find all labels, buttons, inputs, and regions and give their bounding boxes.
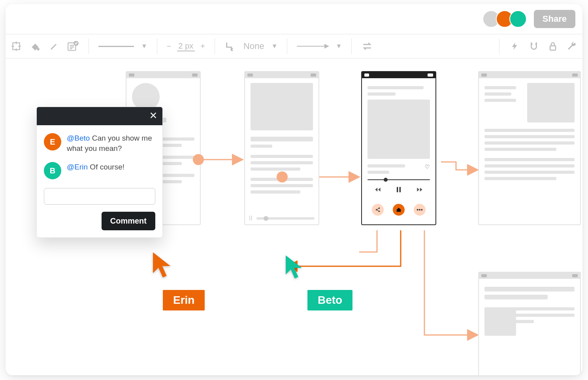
lock-icon[interactable]	[547, 40, 559, 52]
svg-point-12	[416, 209, 418, 211]
svg-point-13	[419, 209, 420, 211]
share-node[interactable]	[372, 204, 384, 216]
wireframe-screen[interactable]: II	[244, 71, 319, 225]
arrow-style-picker[interactable]	[297, 46, 328, 47]
canvas[interactable]: II	[6, 58, 582, 375]
app-window: Share ▼ − 2 px + None ▼ ▼	[6, 4, 582, 375]
wrench-icon[interactable]	[566, 40, 578, 52]
more-node[interactable]	[414, 204, 426, 216]
cursor-erin	[152, 251, 174, 281]
stroke-style-picker[interactable]	[98, 46, 134, 47]
comment-item: E @Beto Can you show me what you mean?	[44, 133, 155, 153]
toolbar: ▼ − 2 px + None ▼ ▼	[6, 34, 582, 58]
cursor-label-erin: Erin	[163, 290, 205, 310]
close-icon[interactable]	[149, 111, 158, 121]
lightning-icon[interactable]	[509, 40, 521, 52]
increase-stroke-button[interactable]: +	[200, 42, 205, 51]
pause-icon[interactable]	[395, 186, 403, 195]
comment-item: B @Erin Of course!	[44, 162, 155, 179]
comment-button[interactable]: Comment	[102, 212, 155, 230]
presence-avatars	[482, 10, 527, 28]
swap-icon[interactable]	[361, 40, 373, 52]
cursor-beto	[285, 254, 305, 282]
checklist-icon[interactable]	[67, 40, 79, 52]
svg-rect-4	[550, 46, 556, 50]
chevron-down-icon[interactable]: ▼	[271, 43, 278, 50]
crop-icon[interactable]	[10, 40, 22, 52]
fill-icon[interactable]	[29, 40, 41, 52]
flow-node[interactable]	[193, 154, 204, 165]
svg-rect-7	[397, 187, 398, 192]
chevron-down-icon[interactable]: ▼	[141, 43, 147, 50]
wireframe-screen[interactable]	[478, 272, 581, 375]
stroke-width-value[interactable]: 2 px	[177, 41, 195, 51]
heart-icon[interactable]: ♡	[425, 164, 430, 170]
presence-avatar[interactable]	[509, 10, 527, 28]
comment-avatar: B	[44, 162, 61, 179]
next-track-icon[interactable]	[416, 186, 424, 195]
flow-node[interactable]	[277, 171, 288, 182]
comment-input[interactable]	[44, 188, 155, 205]
topbar: Share	[6, 4, 582, 34]
svg-point-14	[421, 209, 422, 211]
share-button[interactable]: Share	[534, 10, 575, 28]
svg-rect-8	[400, 187, 401, 192]
pencil-icon[interactable]	[48, 40, 60, 52]
comment-avatar: E	[44, 133, 61, 150]
wireframe-screen-selected[interactable]: ♡	[361, 71, 436, 225]
home-node[interactable]	[393, 204, 405, 216]
music-controls	[368, 186, 430, 195]
decrease-stroke-button[interactable]: −	[167, 42, 172, 51]
line-end-label[interactable]: None	[243, 41, 264, 51]
comment-panel: E @Beto Can you show me what you mean? B…	[36, 107, 163, 238]
magnet-icon[interactable]	[528, 40, 540, 52]
comment-text: @Beto Can you show me what you mean?	[67, 133, 155, 153]
comment-text: @Erin Of course!	[67, 162, 124, 179]
cursor-label-beto: Beto	[307, 290, 352, 310]
prev-track-icon[interactable]	[374, 186, 382, 195]
wireframe-screen[interactable]	[478, 71, 581, 225]
elbow-connector-icon[interactable]	[224, 40, 236, 52]
chevron-down-icon[interactable]: ▼	[335, 43, 342, 50]
svg-point-1	[37, 48, 40, 51]
